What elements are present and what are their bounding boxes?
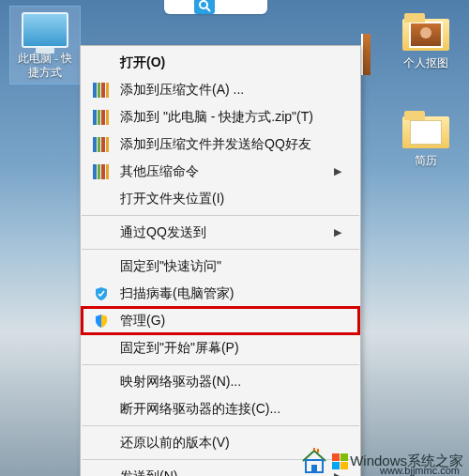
desktop-icon-label: 此电脑 - 快捷方式 (12, 52, 78, 80)
desktop-icon-this-pc[interactable]: 此电脑 - 快捷方式 (9, 6, 81, 84)
menu-item-label: 固定到"快速访问" (120, 258, 341, 275)
blank-icon (92, 435, 111, 452)
blank-icon (92, 468, 111, 477)
folder-icon (401, 111, 451, 150)
blank-icon (92, 191, 111, 207)
menu-separator (82, 364, 359, 365)
menu-disconnect-network-drive[interactable]: 断开网络驱动器的连接(C)... (81, 395, 360, 422)
menu-other-compress[interactable]: 其他压缩命令 ▶ (81, 158, 360, 185)
pc-icon (22, 12, 68, 48)
menu-item-label: 添加到 "此电脑 - 快捷方式.zip"(T) (120, 109, 341, 126)
menu-scan-virus[interactable]: 扫描病毒(电脑管家) (81, 280, 360, 307)
context-menu: 打开(O) 添加到压缩文件(A) ... 添加到 "此电脑 - 快捷方式.zip… (80, 45, 361, 476)
menu-item-label: 断开网络驱动器的连接(C)... (120, 401, 341, 418)
shield-check-icon (92, 285, 111, 302)
archive-icon (92, 136, 111, 153)
menu-map-network-drive[interactable]: 映射网络驱动器(N)... (81, 368, 360, 395)
archive-icon (92, 163, 111, 180)
blank-icon (92, 374, 111, 391)
menu-item-label: 固定到"开始"屏幕(P) (120, 340, 341, 357)
menu-open[interactable]: 打开(O) (81, 49, 360, 76)
menu-item-label: 通过QQ发送到 (120, 224, 334, 241)
menu-item-label: 打开文件夹位置(I) (120, 191, 341, 207)
menu-add-to-archive[interactable]: 添加到压缩文件(A) ... (81, 76, 360, 103)
house-logo-icon (300, 448, 328, 474)
menu-add-and-send-qq[interactable]: 添加到压缩文件并发送给QQ好友 (81, 131, 360, 158)
desktop-icon-label: 个人抠图 (403, 56, 448, 70)
menu-separator (82, 425, 359, 426)
archive-icon (92, 82, 111, 99)
menu-item-label: 其他压缩命令 (120, 163, 334, 180)
svg-rect-2 (311, 465, 317, 472)
blank-icon (92, 224, 111, 241)
menu-separator (82, 215, 359, 216)
menu-pin-start[interactable]: 固定到"开始"屏幕(P) (81, 334, 360, 361)
blank-icon (92, 401, 111, 418)
folder-icon (401, 13, 451, 53)
desktop-icon-resume[interactable]: 简历 (390, 111, 461, 168)
archive-icon (92, 109, 111, 126)
svg-line-1 (206, 8, 210, 11)
menu-item-label: 管理(G) (120, 313, 341, 330)
menu-separator (82, 249, 359, 250)
blank-icon (92, 54, 111, 71)
menu-item-label: 添加到压缩文件(A) ... (120, 82, 341, 99)
menu-item-label: 映射网络驱动器(N)... (120, 374, 341, 391)
watermark-url: www.bjjmmc.com (380, 465, 460, 476)
desktop-icon-personal-cutout[interactable]: 个人抠图 (390, 13, 461, 70)
menu-manage[interactable]: 管理(G) (81, 307, 360, 334)
menu-open-file-location[interactable]: 打开文件夹位置(I) (81, 185, 360, 212)
submenu-arrow-icon: ▶ (334, 226, 341, 238)
blank-icon (92, 340, 111, 357)
menu-item-label: 打开(O) (120, 54, 341, 71)
menu-item-label: 添加到压缩文件并发送给QQ好友 (120, 136, 341, 153)
uac-shield-icon (92, 313, 111, 330)
submenu-arrow-icon: ▶ (334, 165, 341, 177)
windows-logo-icon (332, 453, 348, 469)
taskbar-search-fragment (164, 0, 267, 14)
menu-pin-quick-access[interactable]: 固定到"快速访问" (81, 253, 360, 280)
blank-icon (92, 258, 111, 275)
menu-add-to-named-zip[interactable]: 添加到 "此电脑 - 快捷方式.zip"(T) (81, 103, 360, 131)
desktop-icon-partial (361, 34, 371, 75)
menu-send-via-qq[interactable]: 通过QQ发送到 ▶ (81, 219, 360, 246)
desktop-icon-label: 简历 (415, 154, 437, 168)
svg-point-0 (200, 1, 207, 8)
search-icon[interactable] (194, 0, 215, 14)
menu-item-label: 扫描病毒(电脑管家) (120, 285, 341, 302)
